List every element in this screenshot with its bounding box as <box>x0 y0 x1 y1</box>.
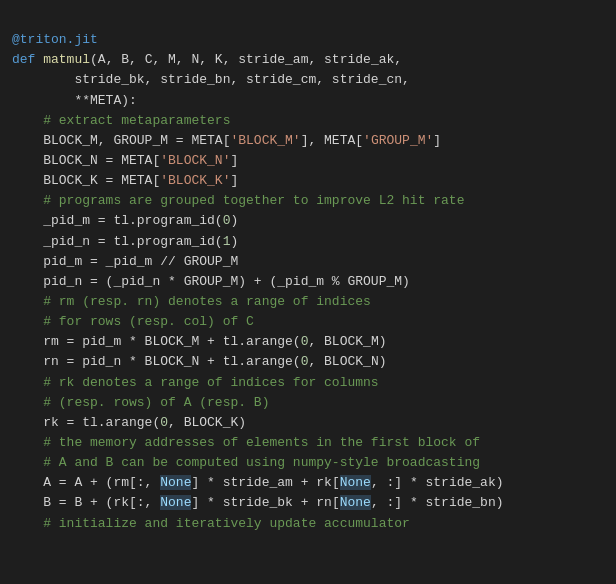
code-token: , BLOCK_K) <box>168 415 246 430</box>
code-line: # rk denotes a range of indices for colu… <box>12 373 604 393</box>
code-token: , BLOCK_N) <box>308 354 386 369</box>
code-token: ] * stride_bk + rn[ <box>191 495 339 510</box>
code-token: # programs are grouped together to impro… <box>12 193 464 208</box>
code-token: A = A + (rm[:, <box>12 475 160 490</box>
code-line: rn = pid_n * BLOCK_N + tl.arange(0, BLOC… <box>12 352 604 372</box>
code-token: , :] * stride_bn) <box>371 495 504 510</box>
code-token: # the memory addresses of elements in th… <box>12 435 480 450</box>
code-token: pid_m = _pid_m // GROUP_M <box>12 254 238 269</box>
code-line: # A and B can be computed using numpy-st… <box>12 453 604 473</box>
code-token: ] <box>230 173 238 188</box>
code-token: # A and B can be computed using numpy-st… <box>12 455 480 470</box>
code-token: 'BLOCK_M' <box>230 133 300 148</box>
code-line: # initialize and iteratively update accu… <box>12 514 604 534</box>
code-token: ) <box>230 234 238 249</box>
code-line: stride_bk, stride_bn, stride_cm, stride_… <box>12 70 604 90</box>
code-token: _pid_n = tl.program_id( <box>12 234 223 249</box>
code-line: A = A + (rm[:, None] * stride_am + rk[No… <box>12 473 604 493</box>
code-block: @triton.jitdef matmul(A, B, C, M, N, K, … <box>0 0 616 544</box>
code-token: 0 <box>160 415 168 430</box>
code-line: @triton.jit <box>12 30 604 50</box>
code-token: , BLOCK_M) <box>308 334 386 349</box>
code-token: ] <box>230 153 238 168</box>
code-line: _pid_n = tl.program_id(1) <box>12 232 604 252</box>
code-token: @triton.jit <box>12 32 98 47</box>
code-line: BLOCK_M, GROUP_M = META['BLOCK_M'], META… <box>12 131 604 151</box>
code-token: # initialize and iteratively update accu… <box>12 516 410 531</box>
code-token: pid_n = (_pid_n * GROUP_M) + (_pid_m % G… <box>12 274 410 289</box>
code-token: BLOCK_N = META[ <box>12 153 160 168</box>
code-token: , :] * stride_ak) <box>371 475 504 490</box>
code-token: # rk denotes a range of indices for colu… <box>12 375 379 390</box>
code-token: **META): <box>12 93 137 108</box>
code-token: ] <box>433 133 441 148</box>
code-line: pid_m = _pid_m // GROUP_M <box>12 252 604 272</box>
code-token: rn = pid_n * BLOCK_N + tl.arange( <box>12 354 301 369</box>
code-line: _pid_m = tl.program_id(0) <box>12 211 604 231</box>
code-token: (A, B, C, M, N, K, stride_am, stride_ak, <box>90 52 402 67</box>
code-token: # (resp. rows) of A (resp. B) <box>12 395 269 410</box>
code-token: ] * stride_am + rk[ <box>191 475 339 490</box>
code-token: None <box>340 475 371 490</box>
code-line: # (resp. rows) of A (resp. B) <box>12 393 604 413</box>
code-line: # programs are grouped together to impro… <box>12 191 604 211</box>
code-token: ], META[ <box>301 133 363 148</box>
code-line: rm = pid_m * BLOCK_M + tl.arange(0, BLOC… <box>12 332 604 352</box>
code-token: ) <box>230 213 238 228</box>
code-line: BLOCK_N = META['BLOCK_N'] <box>12 151 604 171</box>
code-token: BLOCK_K = META[ <box>12 173 160 188</box>
code-line: # the memory addresses of elements in th… <box>12 433 604 453</box>
code-token: # rm (resp. rn) denotes a range of indic… <box>12 294 371 309</box>
code-token: rm = pid_m * BLOCK_M + tl.arange( <box>12 334 301 349</box>
code-line: **META): <box>12 91 604 111</box>
code-token: 'BLOCK_N' <box>160 153 230 168</box>
code-token: # for rows (resp. col) of C <box>12 314 254 329</box>
code-token: 'BLOCK_K' <box>160 173 230 188</box>
code-token: B = B + (rk[:, <box>12 495 160 510</box>
code-token: 'GROUP_M' <box>363 133 433 148</box>
code-token: # extract metaparameters <box>12 113 230 128</box>
code-token: matmul <box>43 52 90 67</box>
code-line: BLOCK_K = META['BLOCK_K'] <box>12 171 604 191</box>
code-line: rk = tl.arange(0, BLOCK_K) <box>12 413 604 433</box>
code-token: None <box>160 495 191 510</box>
code-line: def matmul(A, B, C, M, N, K, stride_am, … <box>12 50 604 70</box>
code-token: None <box>160 475 191 490</box>
code-line: # extract metaparameters <box>12 111 604 131</box>
code-line: pid_n = (_pid_n * GROUP_M) + (_pid_m % G… <box>12 272 604 292</box>
code-line: B = B + (rk[:, None] * stride_bk + rn[No… <box>12 493 604 513</box>
code-line: # rm (resp. rn) denotes a range of indic… <box>12 292 604 312</box>
code-token: None <box>340 495 371 510</box>
code-token: stride_bk, stride_bn, stride_cm, stride_… <box>12 72 410 87</box>
code-token: _pid_m = tl.program_id( <box>12 213 223 228</box>
code-token: rk = tl.arange( <box>12 415 160 430</box>
code-token: BLOCK_M, GROUP_M = META[ <box>12 133 230 148</box>
code-line: # for rows (resp. col) of C <box>12 312 604 332</box>
code-token: def <box>12 52 43 67</box>
